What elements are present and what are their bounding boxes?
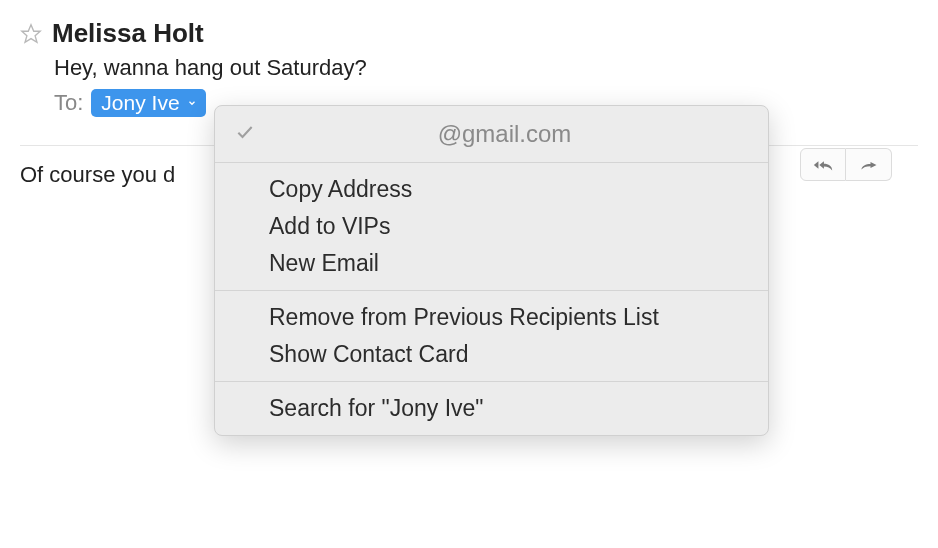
checkmark-icon	[235, 122, 265, 146]
recipient-context-menu: @gmail.com Copy Address Add to VIPs New …	[214, 105, 769, 436]
menu-item-show-contact-card[interactable]: Show Contact Card	[215, 336, 768, 373]
menu-item-remove-from-list[interactable]: Remove from Previous Recipients List	[215, 299, 768, 336]
message-body-preview: Of course you d	[20, 162, 175, 187]
menu-item-add-to-vips[interactable]: Add to VIPs	[215, 208, 768, 245]
recipient-chip[interactable]: Jony Ive	[91, 89, 205, 117]
menu-item-search[interactable]: Search for "Jony Ive"	[215, 390, 768, 427]
recipient-name: Jony Ive	[101, 91, 179, 115]
menu-header-email: @gmail.com	[265, 120, 744, 148]
menu-item-new-email[interactable]: New Email	[215, 245, 768, 282]
svg-marker-0	[22, 24, 40, 41]
forward-button[interactable]	[846, 148, 892, 181]
subject-text: Hey, wanna hang out Saturday?	[54, 55, 367, 80]
menu-item-copy-address[interactable]: Copy Address	[215, 171, 768, 208]
menu-header: @gmail.com	[215, 106, 768, 162]
sender-name: Melissa Holt	[52, 18, 204, 49]
reply-all-button[interactable]	[800, 148, 846, 181]
chevron-down-icon	[186, 97, 198, 109]
star-icon[interactable]	[20, 23, 42, 45]
to-label: To:	[54, 90, 83, 116]
